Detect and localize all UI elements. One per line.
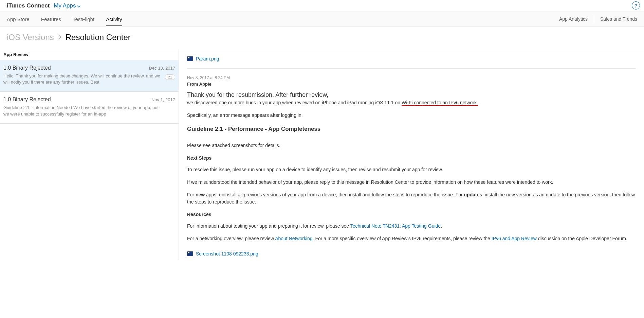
text: For information about testing your app a…: [187, 223, 350, 229]
tabs-left: App Store Features TestFlight Activity: [7, 13, 122, 25]
highlighted-text: Wi-Fi connected to an IPv6 network.: [402, 100, 478, 105]
breadcrumb-parent[interactable]: iOS Versions: [7, 33, 54, 42]
guideline-title: Guideline 2.1 - Performance - App Comple…: [187, 126, 636, 132]
count-badge: 21: [165, 74, 175, 80]
tabs-right: App Analytics Sales and Trends: [559, 16, 637, 22]
tab-app-store[interactable]: App Store: [7, 13, 30, 25]
list-item-preview: Guideline 2.1 - Information Needed We ha…: [3, 105, 175, 117]
image-file-icon: [187, 56, 193, 61]
chevron-down-icon: [77, 2, 80, 9]
text: apps, uninstall all previous versions of…: [205, 192, 464, 197]
list-item-title: 1.0 Binary Rejected: [3, 96, 51, 103]
attach-note: Please see attached screenshots for deta…: [187, 142, 636, 149]
content-panel[interactable]: Param.png Nov 8, 2017 at 8:24 PM From Ap…: [179, 49, 644, 260]
message-timestamp: Nov 8, 2017 at 8:24 PM: [187, 75, 636, 80]
text: For: [187, 192, 196, 197]
resources-label: Resources: [187, 212, 636, 217]
step-text: If we misunderstood the intended behavio…: [187, 179, 636, 186]
bold-text: new: [196, 192, 205, 197]
link-ipv6-review[interactable]: IPv6 and App Review: [492, 236, 537, 241]
list-item-preview: Hello, Thank you for making these change…: [3, 73, 175, 85]
resource-text: For information about testing your app a…: [187, 223, 636, 230]
tab-features[interactable]: Features: [41, 13, 61, 25]
tab-activity[interactable]: Activity: [106, 13, 122, 26]
message-line2: Specifically, an error message appears a…: [187, 112, 636, 119]
header-top: iTunes Connect My Apps ?: [0, 0, 644, 12]
step-text: To resolve this issue, please run your a…: [187, 166, 636, 173]
text: For a networking overview, please review: [187, 236, 275, 241]
help-icon[interactable]: ?: [632, 1, 640, 10]
main-wrap: App Review 1.0 Binary Rejected Dec 13, 2…: [0, 49, 644, 260]
resource-text: For a networking overview, please review…: [187, 235, 636, 242]
breadcrumb: iOS Versions Resolution Center: [0, 26, 644, 49]
tabs-bar: App Store Features TestFlight Activity A…: [0, 12, 644, 26]
list-item-date: Dec 13, 2017: [149, 66, 175, 71]
text: we discovered one or more bugs in your a…: [187, 100, 402, 105]
attachment-link[interactable]: Param.png: [196, 56, 219, 61]
link-about-networking[interactable]: About Networking: [275, 236, 313, 241]
link-sales-trends[interactable]: Sales and Trends: [600, 16, 637, 22]
list-item-header: 1.0 Binary Rejected Dec 13, 2017: [3, 65, 175, 71]
link-app-analytics[interactable]: App Analytics: [559, 16, 588, 22]
my-apps-label: My Apps: [54, 2, 76, 9]
divider: [594, 16, 594, 22]
message-headline: Thank you for the resubmission. After fu…: [187, 91, 636, 99]
list-item-title: 1.0 Binary Rejected: [3, 65, 51, 71]
text: . For a more specific overview of App Re…: [313, 236, 492, 241]
link-tech-note[interactable]: Technical Note TN2431: App Testing Guide: [350, 223, 441, 229]
attachment-row: Param.png: [187, 56, 636, 61]
attachment-row: Screenshot 1108 092233.png: [187, 251, 636, 257]
my-apps-dropdown[interactable]: My Apps: [54, 2, 80, 9]
image-file-icon: [187, 251, 193, 256]
sidebar: App Review 1.0 Binary Rejected Dec 13, 2…: [0, 49, 179, 260]
list-item[interactable]: 1.0 Binary Rejected Dec 13, 2017 Hello, …: [0, 60, 179, 92]
bold-text: updates: [464, 192, 482, 197]
list-item[interactable]: 1.0 Binary Rejected Nov 1, 2017 Guidelin…: [0, 92, 179, 123]
message-from: From Apple: [187, 82, 636, 87]
text: .: [441, 223, 442, 229]
list-item-date: Nov 1, 2017: [151, 97, 175, 102]
divider: [187, 68, 636, 69]
list-item-header: 1.0 Binary Rejected Nov 1, 2017: [3, 96, 175, 103]
next-steps-label: Next Steps: [187, 155, 636, 161]
message-line1: we discovered one or more bugs in your a…: [187, 99, 636, 106]
step-text: For new apps, uninstall all previous ver…: [187, 191, 636, 206]
sidebar-section-title: App Review: [0, 49, 179, 60]
breadcrumb-current: Resolution Center: [66, 33, 131, 42]
brand-title: iTunes Connect: [7, 2, 50, 9]
chevron-right-icon: [58, 34, 61, 41]
attachment-link[interactable]: Screenshot 1108 092233.png: [196, 251, 258, 257]
text: discussion on the Apple Developer Forum.: [537, 236, 627, 241]
tab-testflight[interactable]: TestFlight: [73, 13, 94, 25]
